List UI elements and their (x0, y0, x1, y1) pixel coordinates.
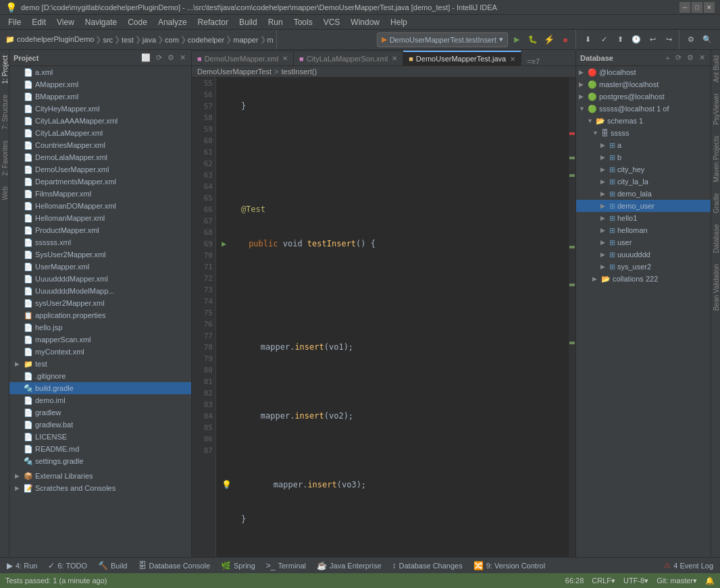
breadcrumb-class[interactable]: DemoUserMapperTest (197, 68, 272, 76)
tab-favorites[interactable]: 2: Favorites (0, 135, 9, 181)
tree-item-cityheymapper[interactable]: 📄 CityHeyMapper.xml (9, 103, 191, 115)
bottom-todo[interactable]: ✓ 6: TODO (45, 560, 90, 572)
update-button[interactable]: ⬇ (580, 32, 595, 47)
tree-item-a-xml[interactable]: 📄 a.xml (9, 66, 191, 78)
tb-crumb-4[interactable]: java (143, 36, 156, 44)
menu-item-window[interactable]: Window (345, 16, 385, 28)
tb-crumb-3[interactable]: test (122, 36, 134, 44)
right-tab-psyviewer[interactable]: PsyViewer (711, 88, 720, 130)
db-item-localhost[interactable]: ▶ 🔴 @localhost (576, 66, 711, 78)
status-encoding[interactable]: UTF-8▾ (623, 577, 648, 585)
redo-button[interactable]: ↪ (661, 32, 676, 47)
tab-demousermapper-xml[interactable]: ■ DemoUserMapper.xml ✕ (192, 51, 294, 65)
close-button[interactable]: ✕ (704, 2, 715, 13)
status-position[interactable]: 66:28 (565, 577, 584, 585)
tree-item-scratches[interactable]: ▶ 📝 Scratches and Consoles (9, 482, 191, 494)
db-item-table-sysuser2[interactable]: ▶ ⊞ sys_user2 (576, 261, 711, 273)
menu-item-run[interactable]: Run (263, 16, 288, 28)
tree-item-helloman[interactable]: 📄 HellomanMapper.xml (9, 212, 191, 224)
right-tab-gradle[interactable]: Gradle (711, 188, 720, 219)
db-item-table-citylala[interactable]: ▶ ⊞ city_la_la (576, 176, 711, 188)
run-gutter-icon-59[interactable]: ▶ (222, 238, 226, 250)
tree-item-sysuser2[interactable]: 📄 SysUser2Mapper.xml (9, 248, 191, 261)
tb-crumb-7[interactable]: mapper (233, 36, 258, 44)
minimize-button[interactable]: ─ (679, 2, 690, 13)
tree-item-appprops[interactable]: 📋 application.properties (9, 309, 191, 321)
db-item-table-b[interactable]: ▶ ⊞ b (576, 151, 711, 163)
tree-item-test-folder[interactable]: ▶ 📁 test (9, 358, 191, 370)
tree-item-countries[interactable]: 📄 CountriesMapper.xml (9, 139, 191, 151)
db-item-table-cityhey[interactable]: ▶ ⊞ city_hey (576, 163, 711, 176)
tree-item-settingsgradle[interactable]: 🔩 settings.gradle (9, 455, 191, 467)
commit-button[interactable]: ✓ (596, 32, 611, 47)
db-item-table-user[interactable]: ▶ ⊞ user (576, 236, 711, 248)
db-item-schemas[interactable]: ▼ 📂 schemas 1 (576, 115, 711, 127)
run-config-dropdown[interactable]: ▶ DemoUserMapperTest.testInsert ▾ (377, 32, 508, 47)
menu-item-navigate[interactable]: Navigate (80, 16, 122, 28)
tab-project[interactable]: 1: Project (0, 50, 9, 89)
tree-item-readme[interactable]: 📄 README.md (9, 443, 191, 455)
tree-item-mapperscan[interactable]: 📄 mapperScan.xml (9, 333, 191, 346)
tree-item-bmapper[interactable]: 📄 BMapper.xml (9, 90, 191, 103)
tb-crumb-8[interactable]: m (267, 36, 274, 44)
db-add-btn[interactable]: + (665, 53, 671, 63)
right-tab-maven[interactable]: Maven Projects (711, 130, 720, 188)
menu-item-edit[interactable]: Edit (26, 16, 51, 28)
project-collapse-btn[interactable]: ⬜ (140, 53, 152, 63)
tb-crumb-2[interactable]: src (103, 36, 113, 44)
tree-item-films[interactable]: 📄 FilmsMapper.xml (9, 188, 191, 200)
tree-item-ssssss[interactable]: 📄 ssssss.xml (9, 236, 191, 248)
tree-item-mycontext[interactable]: 📄 myContext.xml (9, 346, 191, 358)
bottom-dbchanges[interactable]: ↕ Database Changes (390, 560, 465, 572)
right-tab-database2[interactable]: Database (711, 219, 720, 259)
db-item-table-hello1[interactable]: ▶ ⊞ hello1 (576, 212, 711, 224)
tree-item-amapper[interactable]: 📄 AMapper.xml (9, 78, 191, 90)
db-settings-btn[interactable]: ⚙ (686, 53, 695, 63)
tree-item-gradlew[interactable]: 📄 gradlew (9, 406, 191, 419)
db-item-table-a[interactable]: ▶ ⊞ a (576, 139, 711, 151)
history-button[interactable]: 🕐 (629, 32, 644, 47)
tree-item-license[interactable]: 📄 LICENSE (9, 431, 191, 443)
status-notifications[interactable]: 🔔 (705, 577, 715, 585)
tree-item-citylala[interactable]: 📄 CityLaLaMapper.xml (9, 127, 191, 139)
menu-item-code[interactable]: Code (122, 16, 153, 28)
db-item-collations[interactable]: ▶ 📂 collations 222 (576, 273, 711, 285)
status-vcs[interactable]: Git: master▾ (657, 577, 697, 585)
tree-item-demolala[interactable]: 📄 DemoLalaMapper.xml (9, 151, 191, 163)
breadcrumb-method[interactable]: testInsert() (281, 68, 317, 76)
tb-crumb-5[interactable]: com (165, 36, 179, 44)
right-tab-bean[interactable]: Bean Validation (711, 259, 720, 316)
undo-button[interactable]: ↩ (645, 32, 660, 47)
bottom-dbconsole[interactable]: 🗄 Database Console (136, 560, 213, 572)
status-linesep[interactable]: CRLF▾ (592, 577, 615, 585)
tree-item-product[interactable]: 📄 ProductMapper.xml (9, 224, 191, 236)
bottom-vcs[interactable]: 🔀 9: Version Control (471, 560, 548, 572)
tree-item-gitignore[interactable]: 📄 .gitignore (9, 370, 191, 382)
tree-item-gradlewbat[interactable]: 📄 gradlew.bat (9, 419, 191, 431)
project-sync-btn[interactable]: ⟳ (155, 53, 163, 63)
bottom-javaent[interactable]: ☕ Java Enterprise (314, 560, 384, 572)
project-hide-btn[interactable]: ✕ (178, 53, 187, 63)
tree-item-uuuudddd[interactable]: 📄 UuuuddddMapper.xml (9, 273, 191, 285)
bottom-run[interactable]: ▶ 4: Run (4, 560, 40, 572)
tree-item-uuuuddddmodel[interactable]: 📄 UuuuddddModelMapp... (9, 285, 191, 297)
tree-item-usermapper[interactable]: 📄 UserMapper.xml (9, 261, 191, 273)
project-settings-btn[interactable]: ⚙ (166, 53, 176, 63)
menu-item-refactor[interactable]: Refactor (192, 16, 234, 28)
db-item-master[interactable]: ▶ 🟢 master@localhost (576, 78, 711, 90)
db-refresh-btn[interactable]: ⟳ (674, 53, 683, 63)
run-with-coverage[interactable]: ⚡ (542, 32, 557, 47)
db-item-table-helloman[interactable]: ▶ ⊞ helloman (576, 224, 711, 236)
tab-citylala-xml[interactable]: ■ CityLaLaMapperSon.xml ✕ (294, 51, 403, 65)
menu-item-file[interactable]: File (3, 16, 26, 28)
bottom-eventlog[interactable]: ⚠ 4 Event Log (661, 560, 716, 571)
push-button[interactable]: ⬆ (613, 32, 627, 47)
tree-item-buildgradle[interactable]: 🔩 build.gradle (9, 382, 191, 394)
db-item-table-demolala[interactable]: ▶ ⊞ demo_lala (576, 188, 711, 200)
menu-item-tools[interactable]: Tools (288, 16, 318, 28)
tree-item-hellomando[interactable]: 📄 HellomanDOMapper.xml (9, 200, 191, 212)
db-item-table-demouser[interactable]: ▶ ⊞ demo_user (576, 200, 711, 212)
menu-item-view[interactable]: View (51, 16, 80, 28)
right-tab-ant[interactable]: Ant Build (711, 50, 720, 88)
tb-crumb-6[interactable]: codehelper (188, 36, 224, 44)
